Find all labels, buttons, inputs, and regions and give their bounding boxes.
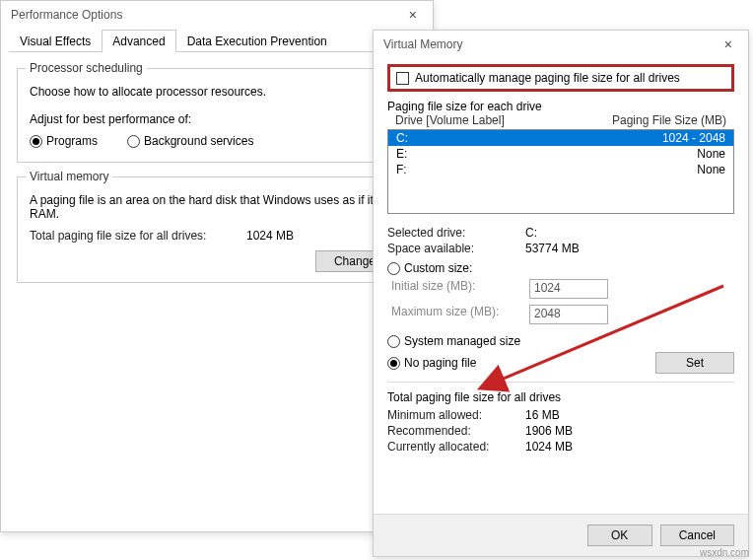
- no-paging-label: No paging file: [404, 356, 476, 370]
- space-label: Space available:: [387, 242, 525, 255]
- close-icon[interactable]: ×: [403, 7, 423, 23]
- col-size: Paging File Size (MB): [612, 113, 726, 127]
- drive-row[interactable]: E: None: [388, 146, 733, 162]
- checkbox-icon[interactable]: [396, 72, 409, 85]
- virtual-memory-section: Virtual memory A paging file is an area …: [17, 176, 417, 283]
- radio-icon: [387, 262, 400, 275]
- vm-titlebar: Virtual Memory ×: [374, 31, 748, 58]
- close-icon[interactable]: ×: [719, 36, 738, 52]
- rec-value: 1906 MB: [525, 424, 573, 438]
- drive-row[interactable]: C: 1024 - 2048: [388, 130, 733, 146]
- radio-icon: [387, 335, 400, 348]
- radio-background-services[interactable]: Background services: [127, 134, 253, 148]
- selected-drive-label: Selected drive:: [387, 226, 525, 240]
- drive-list[interactable]: C: 1024 - 2048 E: None F: None: [387, 129, 734, 214]
- section-title: Virtual memory: [26, 170, 112, 183]
- ok-button[interactable]: OK: [587, 525, 652, 546]
- sched-desc: Choose how to allocate processor resourc…: [30, 85, 404, 99]
- radio-programs-label: Programs: [46, 134, 98, 148]
- radio-icon: [387, 357, 400, 370]
- drive-letter: E:: [396, 147, 407, 161]
- radio-icon: [30, 135, 42, 148]
- radio-custom-size[interactable]: Custom size:: [387, 261, 734, 275]
- adjust-label: Adjust for best performance of:: [30, 112, 404, 126]
- each-drive-label: Paging file size for each drive: [387, 100, 734, 113]
- cur-label: Currently allocated:: [387, 440, 525, 454]
- min-value: 16 MB: [525, 408, 560, 422]
- radio-system-managed[interactable]: System managed size: [387, 334, 734, 348]
- tab-advanced[interactable]: Advanced: [102, 30, 175, 52]
- max-size-input[interactable]: 2048: [529, 305, 608, 324]
- drive-size: None: [697, 163, 725, 176]
- perf-tabs: Visual Effects Advanced Data Execution P…: [9, 29, 425, 52]
- perf-titlebar: Performance Options ×: [1, 1, 433, 29]
- totals-title: Total paging file size for all drives: [387, 390, 734, 404]
- cur-value: 1024 MB: [525, 440, 573, 454]
- system-managed-label: System managed size: [404, 334, 520, 348]
- tab-dep[interactable]: Data Execution Prevention: [176, 30, 338, 52]
- radio-icon: [127, 135, 140, 148]
- initial-size-label: Initial size (MB):: [391, 279, 529, 299]
- total-paging-value: 1024 MB: [246, 229, 294, 243]
- drive-letter: F:: [396, 163, 407, 176]
- radio-no-paging-file[interactable]: No paging file: [387, 356, 476, 370]
- auto-manage-row[interactable]: Automatically manage paging file size fo…: [387, 64, 734, 92]
- watermark: wsxdn.com: [700, 547, 749, 558]
- rec-label: Recommended:: [387, 424, 525, 438]
- min-label: Minimum allowed:: [387, 408, 525, 422]
- initial-size-input[interactable]: 1024: [529, 279, 608, 299]
- vm-title: Virtual Memory: [383, 37, 462, 51]
- selected-drive-value: C:: [525, 226, 537, 240]
- space-value: 53774 MB: [525, 242, 580, 255]
- drive-size: 1024 - 2048: [662, 131, 725, 145]
- total-paging-label: Total paging file size for all drives:: [30, 229, 246, 243]
- radio-bg-label: Background services: [144, 134, 253, 148]
- performance-options-window: Performance Options × Visual Effects Adv…: [0, 0, 434, 532]
- drive-row[interactable]: F: None: [388, 162, 733, 177]
- custom-size-label: Custom size:: [404, 261, 472, 275]
- radio-programs[interactable]: Programs: [30, 134, 98, 148]
- cancel-button[interactable]: Cancel: [660, 525, 734, 546]
- col-drive: Drive [Volume Label]: [395, 113, 505, 127]
- virtual-memory-dialog: Virtual Memory × Automatically manage pa…: [373, 30, 749, 557]
- vm-desc: A paging file is an area on the hard dis…: [30, 193, 404, 221]
- perf-title: Performance Options: [11, 8, 122, 22]
- drive-size: None: [697, 147, 725, 161]
- set-button[interactable]: Set: [655, 352, 734, 374]
- section-title: Processor scheduling: [26, 61, 147, 75]
- max-size-label: Maximum size (MB):: [391, 305, 529, 324]
- processor-scheduling-section: Processor scheduling Choose how to alloc…: [17, 68, 417, 163]
- auto-manage-label: Automatically manage paging file size fo…: [415, 71, 680, 85]
- dialog-footer: OK Cancel: [374, 514, 748, 556]
- drive-letter: C:: [396, 131, 408, 145]
- tab-visual-effects[interactable]: Visual Effects: [9, 30, 102, 52]
